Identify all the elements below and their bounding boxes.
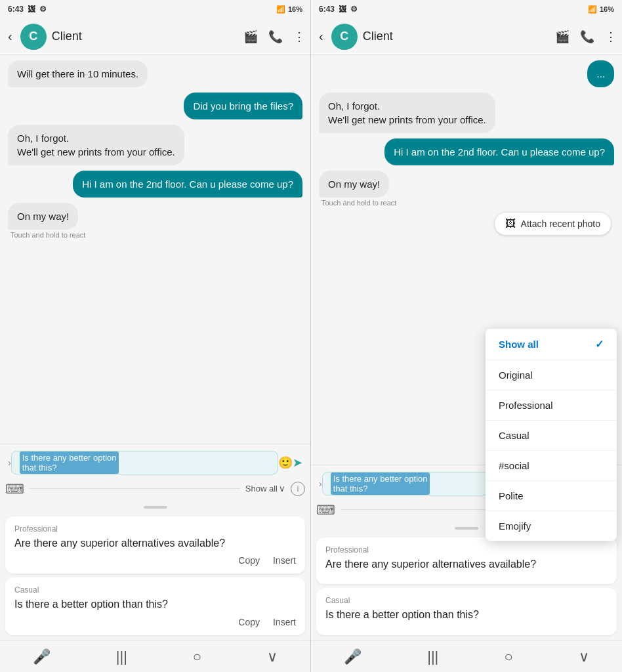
dropdown-item-professional[interactable]: Professional [486, 390, 617, 421]
mic-nav-left[interactable]: 🎤 [33, 648, 51, 665]
gallery-icon-right: 🖼 [339, 5, 346, 14]
phone-call-icon-right[interactable]: 📞 [580, 30, 594, 44]
chat-header-left: ‹ C Client 🎬 📞 ⋮ [0, 18, 310, 55]
home-nav-right[interactable]: ○ [504, 648, 512, 665]
suggestion-text-1-right: Are there any superior alternatives avai… [325, 557, 608, 572]
message-row-3: Oh, I forgot.We'll get new prints from y… [8, 125, 302, 165]
suggestion-type-1-right: Professional [325, 545, 608, 555]
touch-hold-label-left: Touch and hold to react [8, 231, 85, 239]
dropdown-label-original: Original [499, 369, 533, 381]
check-icon-show-all: ✓ [595, 338, 604, 350]
time-left: 6:43 [8, 5, 24, 14]
emoji-button-left[interactable]: 🙂 [278, 455, 293, 470]
suggestion-actions-2-left: Copy Insert [14, 617, 296, 627]
show-all-btn-left[interactable]: Show all ∨ [245, 484, 285, 494]
touch-hold-label-right: Touch and hold to react [319, 199, 396, 207]
dropdown-label-professional: Professional [499, 400, 553, 411]
show-all-label-left: Show all [245, 484, 278, 494]
insert-btn-1-left[interactable]: Insert [273, 555, 296, 566]
suggestion-text-1-left: Are there any superior alternatives avai… [14, 536, 296, 551]
more-options-icon-right[interactable]: ⋮ [605, 30, 617, 44]
left-panel: 6:43 🖼 ⚙ 📶 16% ‹ C Client 🎬 📞 ⋮ Will get… [0, 0, 311, 672]
suggestion-text-2-right: Is there a better option than this? [325, 608, 608, 622]
dropdown-label-show-all: Show all [499, 339, 539, 350]
expand-chevron-right[interactable]: › [319, 478, 322, 489]
bubble-received-3: On my way! [8, 203, 78, 230]
insert-btn-2-left[interactable]: Insert [273, 617, 296, 627]
attach-photo-button[interactable]: 🖼 Attach recent photo [494, 212, 612, 236]
image-icon: 🖼 [505, 218, 516, 230]
avatar-left: C [20, 24, 47, 50]
message-row-r1: ... [319, 60, 614, 87]
recents-nav-left[interactable]: ||| [116, 648, 127, 665]
video-call-icon-right[interactable]: 🎬 [555, 30, 570, 44]
expand-chevron-left[interactable]: › [8, 457, 11, 468]
bubble-sent-r2: Hi I am on the 2nd floor. Can u please c… [384, 138, 614, 165]
home-nav-left[interactable]: ○ [193, 648, 201, 665]
message-row-2: Did you bring the files? [8, 93, 302, 119]
header-actions-right: 🎬 📞 ⋮ [555, 30, 617, 44]
drag-handle-left [144, 506, 167, 509]
dropdown-label-emojify: Emojify [499, 520, 531, 532]
recents-nav-right[interactable]: ||| [427, 648, 438, 665]
suggestion-text-2-left: Is there a better option than this? [14, 597, 296, 612]
suggestion-card-professional-left: Professional Are there any superior alte… [5, 516, 305, 574]
chat-header-right: ‹ C Client 🎬 📞 ⋮ [311, 18, 622, 55]
input-typed-left[interactable]: Is there any better optionthat this? [11, 451, 278, 474]
battery-right: 16% [600, 5, 614, 13]
contact-name-left: Client [52, 30, 238, 43]
settings-icon-left: ⚙ [39, 5, 47, 14]
mic-nav-right[interactable]: 🎤 [344, 648, 362, 665]
dropdown-item-emojify[interactable]: Emojify [486, 511, 617, 541]
contact-name-right: Client [363, 30, 550, 43]
dropdown-item-social[interactable]: #social [486, 451, 617, 481]
message-row-r3: Hi I am on the 2nd floor. Can u please c… [319, 138, 614, 165]
typed-text-left: Is there any better optionthat this? [20, 452, 119, 474]
suggestion-card-professional-right: Professional Are there any superior alte… [316, 537, 617, 585]
suggestions-panel-left: Professional Are there any superior alte… [0, 503, 310, 640]
suggestion-card-casual-right: Casual Is there a better option than thi… [316, 588, 617, 635]
copy-btn-2-left[interactable]: Copy [238, 617, 260, 627]
suggestion-type-1-left: Professional [14, 524, 296, 534]
status-bar-left: 6:43 🖼 ⚙ 📶 16% [0, 0, 310, 18]
copy-btn-1-left[interactable]: Copy [238, 555, 260, 566]
dropdown-item-show-all[interactable]: Show all ✓ [486, 329, 617, 360]
message-row-r2: Oh, I forgot.We'll get new prints from y… [319, 93, 614, 133]
keyboard-icon-right[interactable]: ⌨ [316, 502, 335, 518]
typed-text-right: Is there any better optionthat this? [331, 472, 430, 495]
input-area-left: › Is there any better optionthat this? 🙂… [0, 444, 310, 503]
wifi-icon-left: 📶 [276, 5, 285, 14]
back-nav-right[interactable]: ∨ [579, 648, 589, 665]
more-options-icon-left[interactable]: ⋮ [293, 30, 305, 44]
status-bar-right: 6:43 🖼 ⚙ 📶 16% [311, 0, 622, 18]
bubble-received-r3: On my way! [319, 171, 389, 198]
info-icon-left[interactable]: i [291, 482, 305, 496]
dropdown-item-original[interactable]: Original [486, 360, 617, 390]
battery-left: 16% [288, 5, 302, 13]
chat-area-left: Will get there in 10 minutes. Did you br… [0, 55, 310, 444]
message-row-4: Hi I am on the 2nd floor. Can u please c… [8, 171, 302, 198]
dropdown-item-polite[interactable]: Polite [486, 481, 617, 511]
phone-call-icon-left[interactable]: 📞 [268, 30, 283, 44]
avatar-right: C [331, 24, 358, 50]
dropdown-label-casual: Casual [499, 430, 529, 441]
time-right: 6:43 [319, 5, 335, 14]
nav-bar-left: 🎤 ||| ○ ∨ [0, 640, 310, 672]
back-button-right[interactable]: ‹ [316, 26, 326, 47]
video-call-icon-left[interactable]: 🎬 [243, 30, 258, 44]
show-all-chevron-left: ∨ [279, 484, 285, 494]
attach-photo-row: 🖼 Attach recent photo [319, 212, 614, 236]
dropdown-label-social: #social [499, 460, 529, 471]
back-button-left[interactable]: ‹ [5, 26, 15, 47]
keyboard-icon-left[interactable]: ⌨ [5, 481, 24, 497]
gallery-icon-left: 🖼 [28, 5, 35, 14]
send-button-left[interactable]: ➤ [293, 455, 302, 470]
attach-photo-label: Attach recent photo [521, 219, 600, 229]
suggestions-panel-right: Professional Are there any superior alte… [311, 524, 622, 640]
dropdown-item-casual[interactable]: Casual [486, 421, 617, 451]
back-nav-left[interactable]: ∨ [267, 648, 278, 665]
bubble-sent-2: Hi I am on the 2nd floor. Can u please c… [73, 171, 302, 198]
suggestion-card-casual-left: Casual Is there a better option than thi… [5, 578, 305, 635]
header-actions-left: 🎬 📞 ⋮ [243, 30, 305, 44]
message-row-r4: On my way! Touch and hold to react [319, 171, 614, 207]
